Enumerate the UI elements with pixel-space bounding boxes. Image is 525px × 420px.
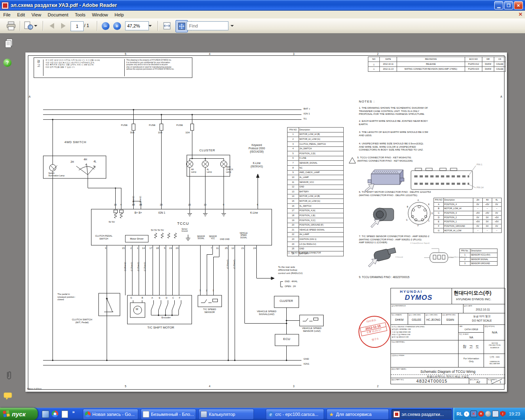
- table-cell: 2H: [473, 198, 483, 203]
- menu-window[interactable]: Window: [89, 11, 111, 18]
- menu-edit[interactable]: Edit: [14, 11, 28, 18]
- network-icon[interactable]: [492, 411, 499, 417]
- motor-terminal: A: [151, 297, 154, 299]
- security-shield-icon[interactable]: !: [500, 411, 506, 417]
- table-cell: 20: [288, 223, 299, 228]
- close-button[interactable]: ✕: [514, 1, 523, 9]
- close-document-icon[interactable]: ✕: [518, 11, 523, 17]
- menu-help[interactable]: Help: [111, 11, 127, 18]
- vss-label: VEHICLE SPEED SIGNAL: [237, 232, 250, 239]
- export-button[interactable]: [23, 20, 38, 32]
- sensor-pin: 3: [198, 289, 202, 292]
- taskbar-button-chrome[interactable]: Новая запись - Go...: [83, 409, 138, 420]
- previous-page-button[interactable]: [47, 20, 57, 32]
- table-cell: 24: [288, 242, 299, 247]
- menu-view[interactable]: View: [28, 11, 45, 18]
- table-row: 42H_SWITCH: [288, 146, 344, 151]
- table-cell: K-LINE: [299, 156, 344, 161]
- export-dropdown-arrow[interactable]: [34, 25, 37, 27]
- show-desktop-icon[interactable]: [42, 411, 49, 418]
- tccu-title: TCCU: [177, 221, 189, 226]
- network-error-icon[interactable]: ✕: [470, 411, 477, 417]
- tccu-pin: 9: [221, 203, 226, 206]
- page-number-input[interactable]: [71, 21, 84, 31]
- table-row: 19POSITION_3 [C]: [288, 218, 344, 223]
- vss-signal-label: VEHICLE SPEED SIGNAL(UAZ): [246, 310, 287, 316]
- note-9: 9. TCCU DRAWING P/NO : 48323T00015: [359, 276, 409, 279]
- minimize-button[interactable]: ▁: [494, 1, 503, 9]
- table-cell: POSITION_4: [444, 202, 473, 207]
- restore-button[interactable]: ❐: [504, 1, 513, 9]
- note-6: 6. T/C SHIFT MOTOR CONNECTOR P/NO : DELP…: [359, 190, 431, 196]
- frame-row-label: A: [29, 95, 30, 98]
- unit-cell: 단위 : mm DIMENSION MILLIMETER: [484, 354, 505, 368]
- note-5: 5. TCCU CONNECTOR P/NO : KET MG641791 (M…: [357, 156, 413, 162]
- zoom-in-button[interactable]: +: [112, 20, 121, 32]
- switch-lamp-label: Switch Illumination Lamp: [48, 172, 81, 177]
- table-cell: +5V: [483, 202, 492, 207]
- error-icon[interactable]: ✕: [478, 411, 484, 417]
- table-cell: SENSOR_VCC: [299, 180, 344, 185]
- hide-icons-chevron[interactable]: ‹: [464, 411, 469, 417]
- table-cell: 0V: [483, 224, 492, 228]
- start-button[interactable]: пуск: [0, 408, 38, 420]
- taskbar-button-folder[interactable]: ★ Для автосервиса: [326, 409, 389, 420]
- taskbar-button-calculator[interactable]: Калькулятор: [199, 409, 254, 420]
- lamp-label-4wd-check: 4WD CHECK Lamp: [226, 166, 233, 173]
- language-indicator[interactable]: RL: [457, 411, 463, 416]
- table-cell: 1: [288, 132, 299, 137]
- table-cell: 0V: [492, 211, 502, 215]
- status-ball-icon[interactable]: [485, 411, 491, 417]
- zoom-out-button[interactable]: −: [101, 20, 110, 32]
- table-cell: B: [434, 207, 444, 211]
- quicklaunch-overflow-chevron[interactable]: »: [72, 409, 75, 414]
- tccu-pin: 2: [127, 247, 132, 250]
- table-cell: LO (for RADLCU): [299, 242, 344, 247]
- table-row: GMOTOR_HI_LOW–––: [434, 228, 502, 233]
- table-cell: 21: [288, 228, 299, 233]
- checked-cell-1: 검도 CHECKED GSLEE: [408, 313, 425, 325]
- table-row: 1SENSOR VCC(+5V): [460, 253, 498, 257]
- fit-page-icon: [178, 22, 186, 30]
- table-cell: 25: [288, 247, 299, 251]
- menu-document[interactable]: Document: [44, 11, 71, 18]
- table-cell: 2012.10.11: [380, 62, 397, 67]
- zoom-in-icon: +: [113, 22, 121, 30]
- find-dropdown-arrow[interactable]: [229, 20, 235, 32]
- taskbar-button-pdf[interactable]: эл.схема раздатки...: [391, 409, 452, 420]
- fit-page-button[interactable]: [176, 20, 188, 32]
- document-quicklaunch-icon[interactable]: [62, 411, 68, 418]
- bus-label-gnd: GND: [304, 358, 309, 361]
- approved-cell: 승인 APPROVED SSAN: [441, 313, 459, 325]
- taskbar-button-ie[interactable]: e crc - epc100.carsca...: [266, 409, 324, 420]
- fit-width-button[interactable]: [162, 20, 172, 32]
- table-cell: –: [473, 207, 483, 211]
- taskbar-button-notepad[interactable]: Безымянный - Бло...: [141, 409, 196, 420]
- vss-sensor-label: VEHICLE SPEED SENSOR (UAZ): [291, 327, 332, 333]
- menu-tools[interactable]: Tools: [72, 11, 89, 18]
- table-row: 2SENSOR SIGNAL: [460, 257, 498, 261]
- zoom-dropdown-arrow[interactable]: [147, 20, 153, 32]
- lamp-label-4h: 4H Lamp: [191, 168, 196, 173]
- part-no-cell: 품번 (PART NO) 48324T00015: [391, 378, 469, 384]
- projection-cell: 제3각법 PROJECTION 3rd ANGLE: [484, 340, 505, 354]
- table-cell: MOTOR_LOW_HI [B]: [299, 132, 344, 137]
- table-row: 164L_SWITCH: [288, 204, 344, 209]
- motor-state-table: PIN NODescription2H4H4LAPOSITION_40V+5V0…: [434, 198, 501, 233]
- help-icon[interactable]: ?: [3, 59, 11, 67]
- pages-panel-icon[interactable]: [4, 38, 14, 50]
- menu-file[interactable]: File: [0, 11, 14, 18]
- attachments-icon[interactable]: [5, 370, 13, 382]
- table-cell: PIN NO: [288, 128, 299, 132]
- print-button[interactable]: [5, 20, 17, 32]
- table-row: 5POSITION_2 [D]: [288, 151, 344, 156]
- next-page-button[interactable]: [58, 20, 68, 32]
- table-row: 12GND: [288, 185, 344, 189]
- tccu-pin: 23: [159, 203, 164, 206]
- radlcu-open: OPEN : 2H: [285, 285, 296, 288]
- comments-icon[interactable]: [3, 392, 13, 402]
- find-input[interactable]: [188, 22, 223, 30]
- zoom-level-select[interactable]: 47,2%: [125, 21, 149, 30]
- chrome-quicklaunch-icon[interactable]: [52, 411, 58, 417]
- table-cell: POSITION_3: [444, 211, 473, 215]
